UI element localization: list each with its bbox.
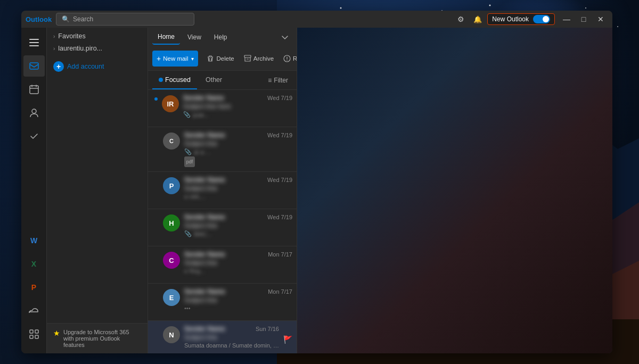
email-header: Sender Name Sun 7/16 bbox=[184, 325, 279, 333]
svg-point-17 bbox=[32, 109, 36, 113]
new-outlook-label: New Outlook bbox=[492, 15, 529, 23]
sidebar-item-word[interactable]: W bbox=[23, 230, 45, 251]
email-sender: Sender Name bbox=[184, 176, 225, 184]
report-button[interactable]: Report bbox=[279, 51, 297, 67]
email-list: IR Sender Name Wed 7/19 Subject line her… bbox=[148, 90, 297, 353]
add-account-icon: + bbox=[53, 61, 64, 72]
avatar: P bbox=[163, 177, 180, 194]
list-item[interactable]: H Sender Name Wed 7/19 Subject line 📎 MA… bbox=[148, 209, 297, 246]
email-date: Wed 7/19 bbox=[267, 132, 292, 138]
email-content: Sender Name Mon 7/17 Subject line ••• bbox=[184, 288, 292, 311]
report-label: Report bbox=[293, 55, 297, 62]
email-date: Wed 7/19 bbox=[267, 214, 292, 220]
svg-rect-15 bbox=[30, 63, 38, 69]
email-sender: Sender Name bbox=[184, 325, 225, 333]
upgrade-text: Upgrade to Microsoft 365 with premium Ou… bbox=[63, 329, 141, 348]
svg-point-5 bbox=[489, 5, 491, 6]
email-preview: e Reg... bbox=[184, 268, 292, 274]
email-tags: pdf bbox=[184, 156, 292, 167]
sidebar-item-tasks[interactable] bbox=[23, 126, 45, 147]
email-date: Sun 7/16 bbox=[256, 326, 279, 332]
notification-button[interactable]: 🔔 bbox=[470, 12, 485, 27]
list-item[interactable]: C Sender Name Mon 7/17 Subject line e Re… bbox=[148, 246, 297, 284]
svg-rect-21 bbox=[35, 335, 38, 338]
email-preview: a rate,... bbox=[184, 193, 292, 200]
email-sender: Sender Name bbox=[184, 251, 225, 258]
sidebar-item-apps[interactable] bbox=[23, 324, 45, 345]
tab-other[interactable]: Other bbox=[199, 71, 228, 89]
sidebar-item-people[interactable] bbox=[23, 102, 45, 123]
email-preview: Sumata doamna / Sumate domin, in calit..… bbox=[184, 342, 279, 349]
close-button[interactable]: ✕ bbox=[593, 12, 608, 27]
list-item[interactable]: P Sender Name Wed 7/19 Subject line a ra… bbox=[148, 172, 297, 209]
list-item[interactable]: IR Sender Name Wed 7/19 Subject line her… bbox=[148, 90, 297, 127]
email-meta: 📎 MAC... bbox=[184, 230, 292, 237]
email-content: Sender Name Wed 7/19 Subject line 📎 MAC.… bbox=[184, 213, 292, 237]
sidebar-item-mail[interactable] bbox=[23, 55, 45, 77]
email-header: Sender Name Wed 7/19 bbox=[184, 131, 292, 139]
expand-ribbon-button[interactable] bbox=[277, 30, 292, 45]
email-meta: 📎 pute... bbox=[183, 111, 292, 118]
tab-home[interactable]: Home bbox=[152, 30, 180, 45]
upgrade-icon: ★ bbox=[53, 329, 60, 337]
archive-label: Archive bbox=[253, 55, 274, 62]
tab-help[interactable]: Help bbox=[209, 30, 233, 45]
maximize-button[interactable]: □ bbox=[576, 12, 591, 27]
add-account-button[interactable]: + Add account bbox=[49, 58, 145, 75]
svg-rect-22 bbox=[244, 55, 251, 57]
avatar: E bbox=[163, 289, 180, 306]
list-item[interactable]: N Sender Name Sun 7/16 Subject line Suma… bbox=[148, 321, 297, 353]
new-outlook-toggle[interactable] bbox=[533, 15, 550, 23]
filter-button[interactable]: ≡ Filter bbox=[264, 76, 292, 85]
archive-button[interactable]: Archive bbox=[240, 51, 278, 67]
email-subject: Subject line bbox=[184, 222, 292, 229]
filter-icon: ≡ bbox=[268, 77, 272, 84]
email-header: Sender Name Wed 7/19 bbox=[184, 176, 292, 184]
ribbon: Home View Help + New mail ▾ bbox=[148, 28, 297, 71]
list-item[interactable]: C Sender Name Wed 7/19 Subject line 📎 al… bbox=[148, 127, 297, 172]
email-subject: Subject line here bbox=[183, 103, 292, 110]
icon-bar-bottom: W X P bbox=[23, 230, 45, 349]
svg-rect-19 bbox=[35, 330, 38, 333]
email-subject: Subject line bbox=[184, 334, 279, 341]
filter-label: Filter bbox=[274, 77, 288, 84]
search-bar[interactable]: 🔍 Search bbox=[56, 13, 194, 26]
hamburger-line-1 bbox=[29, 39, 39, 40]
avatar: C bbox=[163, 252, 180, 269]
delete-label: Delete bbox=[216, 55, 234, 62]
hamburger-button[interactable] bbox=[23, 32, 45, 53]
email-subject: Subject line bbox=[184, 140, 292, 147]
attachment-icon: 📎 bbox=[183, 111, 191, 118]
main-content: W X P bbox=[21, 28, 612, 353]
ribbon-actions: + New mail ▾ Delete bbox=[148, 47, 297, 70]
email-date: Mon 7/17 bbox=[268, 288, 292, 295]
sidebar-account[interactable]: › laurentiu.piro... bbox=[49, 43, 145, 54]
email-date: Wed 7/19 bbox=[267, 95, 292, 101]
chevron-right-icon: › bbox=[53, 34, 55, 39]
tab-view[interactable]: View bbox=[182, 30, 207, 45]
avatar: C bbox=[163, 133, 180, 150]
minimize-button[interactable]: — bbox=[559, 12, 574, 27]
attachment-icon: 📎 bbox=[184, 230, 192, 237]
title-bar-left: Outlook 🔍 Search bbox=[26, 13, 194, 26]
sidebar-item-onedrive[interactable] bbox=[23, 300, 45, 321]
new-mail-dropdown-icon: ▾ bbox=[191, 56, 194, 62]
upgrade-banner[interactable]: ★ Upgrade to Microsoft 365 with premium … bbox=[47, 323, 148, 353]
new-outlook-badge: New Outlook bbox=[487, 13, 555, 25]
title-bar-right: ⚙ 🔔 New Outlook — □ ✕ bbox=[453, 12, 608, 27]
delete-button[interactable]: Delete bbox=[202, 51, 238, 67]
new-mail-button[interactable]: + New mail ▾ bbox=[152, 51, 198, 67]
sidebar: › Favorites › laurentiu.piro... + Add ac… bbox=[47, 28, 148, 353]
focused-other-tabs: Focused Other ≡ Filter bbox=[148, 71, 297, 90]
sidebar-item-excel[interactable]: X bbox=[23, 253, 45, 275]
tab-focused[interactable]: Focused bbox=[152, 71, 197, 89]
email-sender: Sender Name bbox=[184, 131, 225, 139]
favorites-label: Favorites bbox=[58, 32, 85, 40]
sidebar-favorites[interactable]: › Favorites bbox=[49, 30, 145, 42]
list-item[interactable]: E Sender Name Mon 7/17 Subject line ••• bbox=[148, 284, 297, 321]
settings-icon-button[interactable]: ⚙ bbox=[453, 12, 468, 27]
sidebar-item-calendar[interactable] bbox=[23, 79, 45, 100]
add-account-label: Add account bbox=[67, 63, 104, 70]
email-content: Sender Name Wed 7/19 Subject line a rate… bbox=[184, 176, 292, 200]
sidebar-item-powerpoint[interactable]: P bbox=[23, 277, 45, 298]
